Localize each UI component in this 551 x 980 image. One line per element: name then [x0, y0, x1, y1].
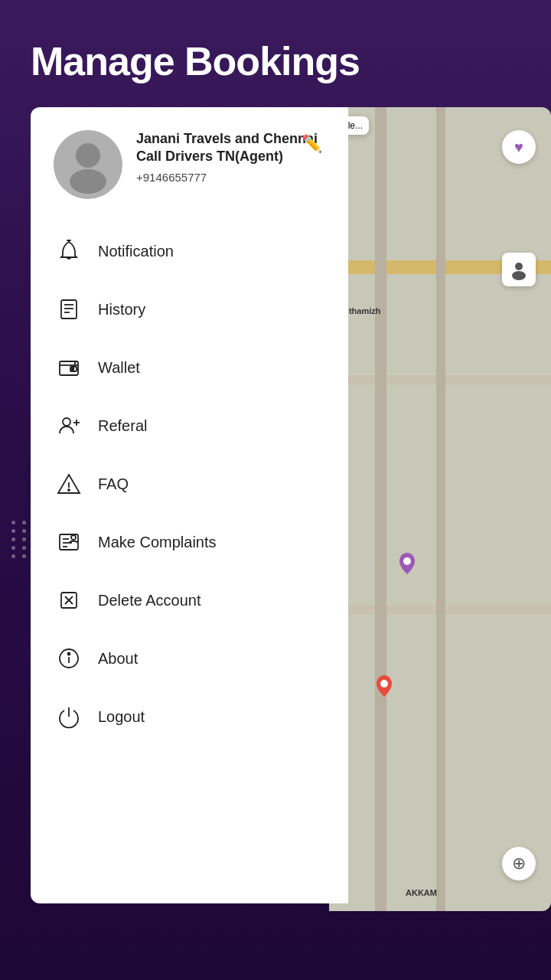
svg-point-32	[380, 680, 388, 688]
warning-triangle-icon	[54, 469, 84, 499]
map-pin-1	[398, 551, 416, 579]
menu-item-about[interactable]: About	[54, 629, 325, 688]
profile-info: Janani Travels and Chennai Call Drivers …	[136, 130, 325, 184]
book-icon	[54, 294, 84, 325]
menu-list: Notification History	[54, 222, 325, 746]
svg-point-29	[515, 263, 523, 270]
menu-item-referral[interactable]: Referal	[54, 397, 325, 455]
map-background: Muthamizh AKKAM ♥ ⊕	[329, 107, 551, 911]
svg-point-31	[403, 557, 411, 565]
notification-label: Notification	[98, 243, 174, 260]
menu-item-history[interactable]: History	[54, 280, 325, 338]
menu-item-wallet[interactable]: Wallet	[54, 338, 325, 397]
about-label: About	[98, 650, 138, 668]
heart-icon: ♥	[514, 139, 523, 156]
svg-point-30	[512, 271, 526, 280]
driver-button[interactable]	[502, 253, 536, 286]
wallet-icon	[54, 352, 84, 383]
complaints-icon	[54, 527, 84, 557]
svg-point-27	[68, 653, 70, 655]
info-circle-icon	[54, 643, 84, 674]
favorites-button[interactable]: ♥	[502, 130, 536, 164]
svg-rect-4	[61, 300, 77, 318]
gps-button[interactable]: ⊕	[502, 847, 536, 880]
map-pin-2	[375, 674, 393, 701]
avatar	[54, 130, 122, 199]
svg-point-1	[70, 169, 106, 194]
delete-box-icon	[54, 585, 84, 616]
menu-item-notification[interactable]: Notification	[54, 222, 325, 280]
faq-label: FAQ	[98, 475, 129, 493]
pencil-icon: ✏️	[302, 134, 322, 154]
menu-item-complaints[interactable]: Make Complaints	[54, 513, 325, 571]
svg-point-10	[72, 368, 74, 371]
menu-item-delete[interactable]: Delete Account	[54, 571, 325, 629]
profile-name: Janani Travels and Chennai Call Drivers …	[136, 130, 325, 166]
delete-account-label: Delete Account	[98, 592, 201, 609]
logout-label: Logout	[98, 708, 145, 726]
complaints-label: Make Complaints	[98, 534, 217, 551]
svg-point-0	[76, 143, 100, 168]
drawer-menu: Janani Travels and Chennai Call Drivers …	[31, 107, 348, 903]
driver-icon	[508, 259, 530, 280]
profile-phone: +9146655777	[136, 171, 325, 184]
gps-icon: ⊕	[512, 854, 526, 874]
page-title: Manage Bookings	[0, 0, 551, 107]
svg-point-16	[68, 489, 70, 491]
edit-profile-button[interactable]: ✏️	[298, 130, 325, 158]
referral-label: Referal	[98, 417, 147, 435]
menu-item-logout[interactable]: Logout	[54, 688, 325, 746]
menu-item-faq[interactable]: FAQ	[54, 455, 325, 513]
history-label: History	[98, 301, 145, 318]
svg-point-21	[71, 535, 76, 540]
profile-section: Janani Travels and Chennai Call Drivers …	[54, 130, 325, 199]
svg-point-11	[63, 418, 70, 426]
map-label-akkam: AKKAM	[406, 888, 437, 897]
wallet-label: Wallet	[98, 359, 140, 377]
power-icon	[54, 701, 84, 732]
person-add-icon	[54, 410, 84, 441]
bell-icon	[54, 236, 84, 266]
